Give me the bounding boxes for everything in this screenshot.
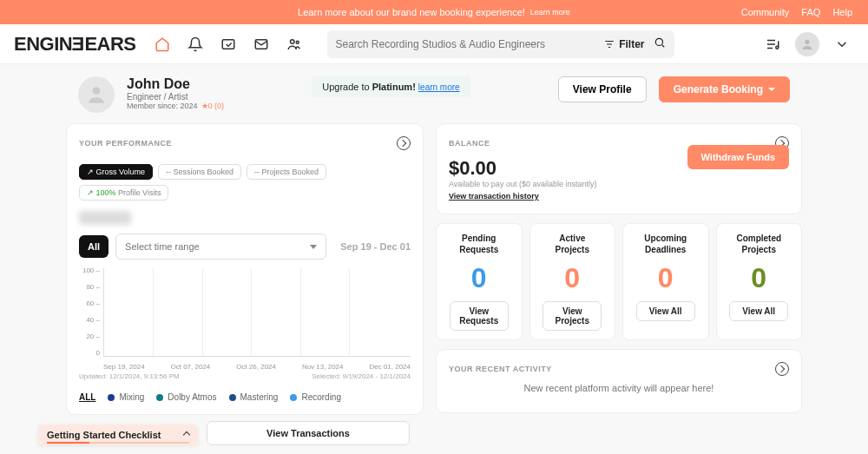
legend-item[interactable]: Recording <box>290 392 341 402</box>
stat-card: ActiveProjects0View Projects <box>529 223 616 340</box>
metric-pill[interactable]: ↗ 100% Profile Visits <box>79 185 168 201</box>
stat-button[interactable]: View Projects <box>542 301 602 331</box>
community-icon[interactable] <box>282 32 306 56</box>
recent-activity-card: YOUR RECENT ACTIVITY New recent platform… <box>436 349 802 413</box>
profile-avatar <box>78 76 115 113</box>
svg-point-4 <box>655 38 662 45</box>
stat-button[interactable]: View All <box>636 301 695 321</box>
home-icon[interactable] <box>150 32 174 56</box>
announcement-bar: Learn more about our brand new booking e… <box>0 0 868 24</box>
recent-title: YOUR RECENT ACTIVITY <box>449 365 552 373</box>
stat-card: CompletedProjects0View All <box>716 223 803 340</box>
legend-all[interactable]: ALL <box>79 392 95 402</box>
playlist-icon[interactable] <box>760 32 785 56</box>
recent-empty: New recent platform activity will appear… <box>449 376 789 400</box>
header: ENGINEEARS Filter <box>0 24 868 64</box>
search-input[interactable] <box>336 38 604 50</box>
balance-sub: Available to pay out ($0 available insta… <box>449 180 789 188</box>
all-range-button[interactable]: All <box>79 235 108 258</box>
metric-pill[interactable]: ↗ Gross Volume <box>79 164 153 180</box>
stat-button[interactable]: View Requests <box>450 301 509 331</box>
perf-expand-icon[interactable] <box>397 136 411 150</box>
metric-pill[interactable]: -- Projects Booked <box>247 164 326 180</box>
session-icon[interactable] <box>216 32 240 56</box>
link-faq[interactable]: FAQ <box>801 7 820 17</box>
upgrade-learn-more-link[interactable]: learn more <box>418 82 460 92</box>
stat-card: UpcomingDeadlines0View All <box>622 223 709 340</box>
link-community[interactable]: Community <box>741 7 790 17</box>
announce-learn-more-link[interactable]: Learn more <box>530 8 570 16</box>
link-help[interactable]: Help <box>832 7 852 17</box>
performance-card: YOUR PERFORMANCE ↗ Gross Volume-- Sessio… <box>66 123 424 415</box>
performance-chart: 100 –80 –60 –40 –20 –0 Sep 19, 2024Oct 0… <box>79 266 411 371</box>
profile-member-since: Member since: 2024★0 (0) <box>127 102 224 110</box>
filter-button[interactable]: Filter <box>603 38 644 50</box>
user-avatar[interactable] <box>795 32 819 56</box>
svg-point-7 <box>93 87 101 95</box>
search-icon[interactable] <box>654 36 666 51</box>
profile-role: Engineer / Artist <box>127 92 224 102</box>
svg-point-3 <box>296 41 299 43</box>
search-bar[interactable]: Filter <box>327 30 674 58</box>
profile-name: John Doe <box>127 76 224 92</box>
mail-icon[interactable] <box>249 32 273 56</box>
recent-expand-icon[interactable] <box>775 362 789 376</box>
stat-button[interactable]: View All <box>729 301 788 321</box>
time-range-select[interactable]: Select time range <box>115 234 326 260</box>
bell-icon[interactable] <box>183 32 207 56</box>
getting-started-checklist[interactable]: Getting Started Checklist <box>38 424 198 445</box>
logo[interactable]: ENGINEEARS <box>14 33 136 56</box>
view-transactions-button[interactable]: View Transactions <box>207 421 410 445</box>
generate-booking-button[interactable]: Generate Booking <box>659 76 790 102</box>
legend-item[interactable]: Mastering <box>229 392 279 402</box>
blurred-value <box>79 211 131 225</box>
perf-title: YOUR PERFORMANCE <box>79 139 172 148</box>
chart-updated: Updated: 12/1/2024, 9:13:56 PM <box>79 372 180 380</box>
stat-card: PendingRequests0View Requests <box>436 223 523 340</box>
chart-selected: Selected: 9/19/2024 - 12/1/2024 <box>312 372 411 380</box>
svg-point-6 <box>805 39 809 43</box>
balance-card: BALANCE $0.00 Available to pay out ($0 a… <box>436 123 802 214</box>
transaction-history-link[interactable]: View transaction history <box>449 192 539 201</box>
legend-item[interactable]: Dolby Atmos <box>156 392 216 402</box>
range-label: Sep 19 - Dec 01 <box>340 241 411 252</box>
withdraw-funds-button[interactable]: Withdraw Funds <box>687 145 789 169</box>
view-profile-button[interactable]: View Profile <box>558 76 647 102</box>
legend-item[interactable]: Mixing <box>108 392 144 402</box>
announce-text: Learn more about our brand new booking e… <box>298 7 525 17</box>
svg-point-2 <box>290 39 294 43</box>
chevron-down-icon[interactable] <box>830 32 854 56</box>
balance-title: BALANCE <box>449 139 490 148</box>
svg-rect-0 <box>222 39 234 49</box>
upgrade-banner: Upgrade to Platinum! learn more <box>312 76 470 97</box>
metric-pill[interactable]: -- Sessions Booked <box>158 164 241 180</box>
chevron-up-icon[interactable] <box>183 431 190 438</box>
